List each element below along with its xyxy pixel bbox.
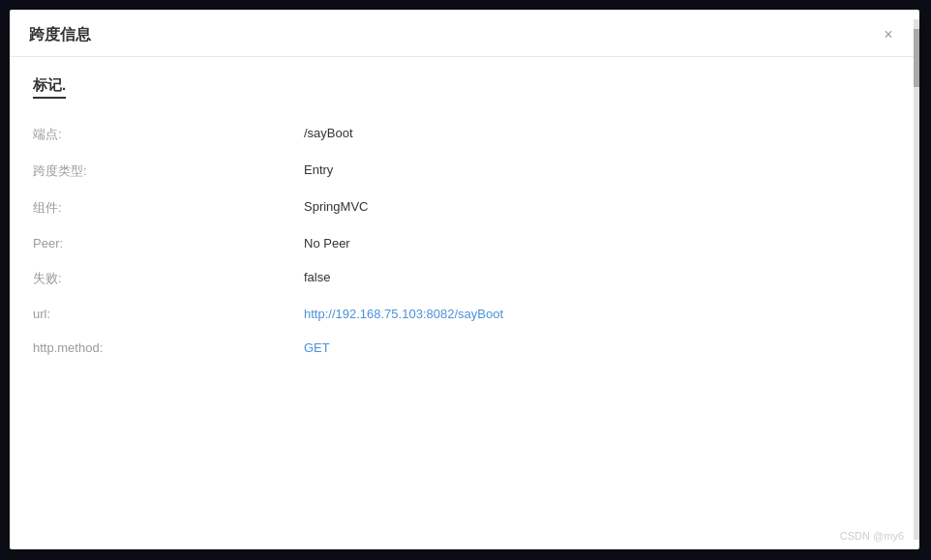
table-row: http.method:GET (33, 331, 896, 365)
field-value: No Peer (304, 236, 896, 251)
table-row: 跨度类型:Entry (33, 153, 896, 190)
modal-body: 标记. 端点:/sayBoot跨度类型:Entry组件:SpringMVCPee… (10, 57, 919, 549)
field-value: GET (304, 340, 896, 355)
scrollbar-thumb[interactable] (914, 29, 919, 87)
field-label: 失败: (33, 270, 304, 287)
field-label: 跨度类型: (33, 162, 304, 180)
close-button[interactable]: × (877, 23, 900, 46)
section-label: 标记. (33, 76, 66, 99)
modal-title: 跨度信息 (29, 25, 91, 45)
field-label: 端点: (33, 126, 304, 143)
field-label: http.method: (33, 340, 304, 355)
field-label: Peer: (33, 236, 304, 251)
table-row: Peer:No Peer (33, 226, 896, 260)
scrollbar[interactable] (914, 19, 919, 540)
field-value: Entry (304, 162, 896, 177)
field-value: SpringMVC (304, 199, 896, 214)
table-row: url:http://192.168.75.103:8082/sayBoot (33, 297, 896, 331)
info-table: 端点:/sayBoot跨度类型:Entry组件:SpringMVCPeer:No… (33, 116, 896, 365)
modal-dialog: 跨度信息 × 标记. 端点:/sayBoot跨度类型:Entry组件:Sprin… (10, 10, 919, 549)
field-value: /sayBoot (304, 126, 896, 140)
table-row: 失败:false (33, 260, 896, 297)
field-value: http://192.168.75.103:8082/sayBoot (304, 307, 896, 321)
modal-overlay: 跨度信息 × 标记. 端点:/sayBoot跨度类型:Entry组件:Sprin… (0, 0, 931, 560)
field-label: 组件: (33, 199, 304, 217)
table-row: 组件:SpringMVC (33, 190, 896, 226)
table-row: 端点:/sayBoot (33, 116, 896, 153)
watermark: CSDN @my6 (840, 530, 904, 542)
field-value: false (304, 270, 896, 284)
field-label: url: (33, 307, 304, 321)
modal-header: 跨度信息 × (10, 10, 919, 57)
